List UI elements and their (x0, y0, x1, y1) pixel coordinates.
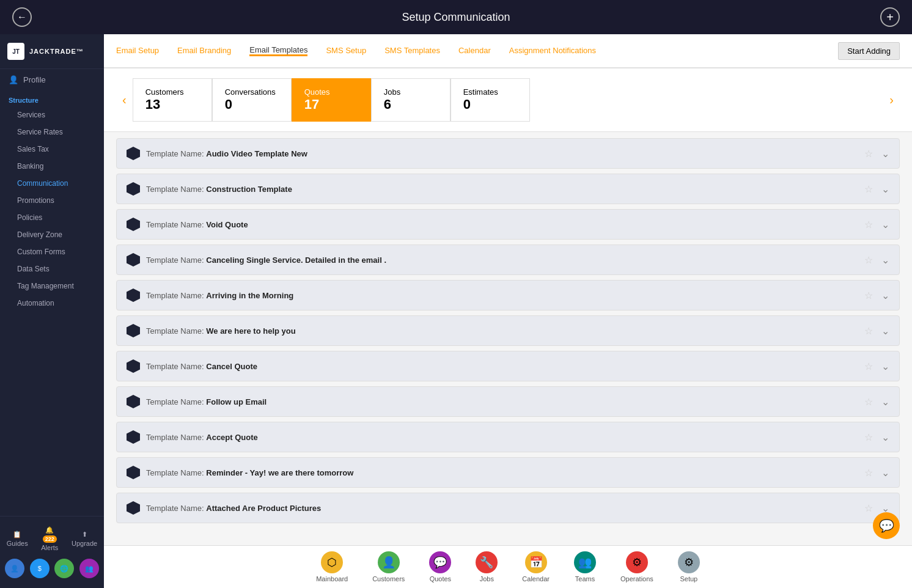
star-icon[interactable]: ☆ (864, 183, 873, 195)
template-item[interactable]: Template Name: Audio Video Template New … (116, 138, 900, 169)
category-estimates[interactable]: Estimates 0 (450, 78, 530, 122)
star-icon[interactable]: ☆ (864, 467, 873, 479)
tab-sms-templates[interactable]: SMS Templates (384, 46, 440, 56)
chevron-down-icon[interactable]: ⌄ (881, 396, 889, 408)
bottom-nav-operations[interactable]: ⚙ Operations (620, 551, 653, 582)
template-left: Template Name: Follow up Email (127, 395, 267, 408)
template-label: Template Name: Construction Template (146, 185, 292, 194)
bottom-nav-customers[interactable]: 👤 Customers (372, 551, 405, 582)
category-estimates-count: 0 (463, 97, 517, 112)
bottom-nav-calendar[interactable]: 📅 Calendar (522, 551, 550, 582)
template-left: Template Name: Construction Template (127, 182, 292, 196)
prev-arrow[interactable]: ‹ (116, 93, 133, 107)
tab-email-templates[interactable]: Email Templates (249, 45, 307, 56)
sidebar-item-service-rates[interactable]: Service Rates (0, 123, 104, 141)
sidebar-item-custom-forms[interactable]: Custom Forms (0, 243, 104, 260)
chevron-down-icon[interactable]: ⌄ (881, 325, 889, 337)
tab-bar: Email Setup Email Branding Email Templat… (104, 34, 912, 68)
sidebar-item-sales-tax[interactable]: Sales Tax (0, 141, 104, 158)
sidebar-item-promotions[interactable]: Promotions (0, 192, 104, 209)
bottom-nav-quotes[interactable]: 💬 Quotes (429, 551, 451, 582)
star-icon[interactable]: ☆ (864, 432, 873, 443)
page-title: Setup Communication (402, 11, 510, 24)
sidebar-section-structure[interactable]: Structure (0, 90, 104, 106)
template-item[interactable]: Template Name: Follow up Email ☆ ⌄ (116, 386, 900, 417)
chevron-down-icon[interactable]: ⌄ (881, 219, 889, 230)
template-item[interactable]: Template Name: Canceling Single Service.… (116, 244, 900, 275)
operations-label: Operations (620, 575, 653, 582)
upgrade-button[interactable]: ⬆ Upgrade (68, 523, 101, 555)
add-button[interactable]: + (880, 7, 900, 27)
template-item[interactable]: Template Name: Arriving in the Morning ☆… (116, 280, 900, 311)
star-icon[interactable]: ☆ (864, 361, 873, 372)
sidebar-item-profile[interactable]: 👤 Profile (0, 69, 104, 90)
chevron-down-icon[interactable]: ⌄ (881, 254, 889, 266)
category-row: ‹ Customers 13 Conversations 0 Quotes 17… (104, 68, 912, 132)
category-jobs[interactable]: Jobs 6 (371, 78, 450, 122)
next-arrow[interactable]: › (883, 93, 900, 107)
bottom-nav-jobs[interactable]: 🔧 Jobs (476, 551, 498, 582)
tab-assignment-notifications[interactable]: Assignment Notifications (509, 46, 596, 56)
chevron-down-icon[interactable]: ⌄ (881, 467, 889, 479)
avatar-2[interactable]: $ (30, 559, 50, 578)
bottom-nav-teams[interactable]: 👥 Teams (574, 551, 596, 582)
star-icon[interactable]: ☆ (864, 148, 873, 160)
template-item[interactable]: Template Name: Attached Are Product Pict… (116, 493, 900, 523)
chat-bubble[interactable]: 💬 (873, 512, 900, 539)
chevron-down-icon[interactable]: ⌄ (881, 290, 889, 301)
category-customers-label: Customers (145, 87, 199, 97)
sidebar-item-banking[interactable]: Banking (0, 158, 104, 175)
bottom-nav-setup[interactable]: ⚙ Setup (678, 551, 700, 582)
tab-email-branding[interactable]: Email Branding (177, 46, 231, 56)
star-icon[interactable]: ☆ (864, 254, 873, 266)
star-icon[interactable]: ☆ (864, 325, 873, 337)
sidebar-item-policies[interactable]: Policies (0, 209, 104, 226)
template-item[interactable]: Template Name: Reminder - Yay! we are th… (116, 457, 900, 488)
sidebar-item-automation[interactable]: Automation (0, 295, 104, 312)
template-right: ☆ ⌄ (864, 148, 889, 160)
guides-button[interactable]: 📋 Guides (3, 523, 32, 555)
sidebar-item-data-sets[interactable]: Data Sets (0, 260, 104, 277)
sidebar-logo: JT JACKTRADE™ (0, 34, 104, 69)
avatar-4[interactable]: 👥 (79, 559, 99, 578)
star-icon[interactable]: ☆ (864, 290, 873, 301)
category-quotes[interactable]: Quotes 17 (292, 78, 371, 122)
chevron-down-icon[interactable]: ⌄ (881, 183, 889, 195)
sidebar-item-tag-management[interactable]: Tag Management (0, 277, 104, 295)
category-conversations[interactable]: Conversations 0 (212, 78, 292, 122)
logo-text: JACKTRADE™ (29, 48, 84, 55)
chevron-down-icon[interactable]: ⌄ (881, 148, 889, 160)
category-customers[interactable]: Customers 13 (133, 78, 212, 122)
template-label: Template Name: Reminder - Yay! we are th… (146, 468, 353, 477)
avatar-3[interactable]: 🌐 (54, 559, 74, 578)
star-icon[interactable]: ☆ (864, 396, 873, 408)
template-right: ☆ ⌄ (864, 219, 889, 230)
template-item[interactable]: Template Name: Construction Template ☆ ⌄ (116, 174, 900, 204)
tab-sms-setup[interactable]: SMS Setup (326, 46, 366, 56)
start-adding-button[interactable]: Start Adding (838, 42, 900, 60)
tab-calendar[interactable]: Calendar (458, 46, 491, 56)
back-button[interactable]: ← (12, 7, 32, 27)
template-item[interactable]: Template Name: Void Quote ☆ ⌄ (116, 209, 900, 240)
template-label: Template Name: Follow up Email (146, 397, 267, 406)
template-icon (127, 182, 140, 196)
template-icon (127, 218, 140, 231)
avatar-1[interactable]: 👤 (5, 559, 24, 578)
star-icon[interactable]: ☆ (864, 219, 873, 230)
template-item[interactable]: Template Name: Accept Quote ☆ ⌄ (116, 422, 900, 452)
template-label: Template Name: Cancel Quote (146, 362, 257, 371)
chevron-down-icon[interactable]: ⌄ (881, 361, 889, 372)
template-item[interactable]: Template Name: Cancel Quote ☆ ⌄ (116, 351, 900, 381)
top-header: ← Setup Communication + (0, 0, 912, 34)
alerts-button[interactable]: 🔔 222 Alerts (37, 523, 62, 555)
chevron-down-icon[interactable]: ⌄ (881, 432, 889, 443)
tab-email-setup[interactable]: Email Setup (116, 46, 159, 56)
sidebar-item-delivery-zone[interactable]: Delivery Zone (0, 226, 104, 243)
template-right: ☆ ⌄ (864, 254, 889, 266)
sidebar-item-services[interactable]: Services (0, 106, 104, 123)
template-icon (127, 147, 140, 160)
bottom-nav-mainboard[interactable]: ⬡ Mainboard (316, 551, 348, 582)
sidebar-item-communication[interactable]: Communication (0, 175, 104, 192)
template-item[interactable]: Template Name: We are here to help you ☆… (116, 315, 900, 346)
star-icon[interactable]: ☆ (864, 502, 873, 514)
